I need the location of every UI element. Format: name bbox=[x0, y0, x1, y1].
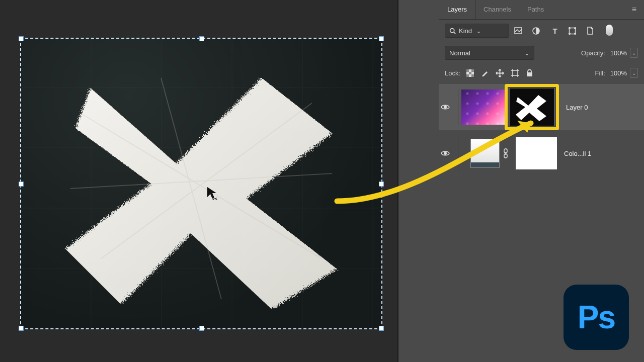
svg-rect-14 bbox=[471, 74, 474, 77]
filter-toggle[interactable] bbox=[605, 25, 614, 37]
panel-menu-icon[interactable]: ≡ bbox=[625, 5, 644, 14]
handle-bottom-right[interactable] bbox=[379, 326, 384, 331]
filter-shape-icon[interactable] bbox=[569, 27, 578, 35]
opacity-label: Opacity: bbox=[581, 49, 605, 57]
chevron-down-icon[interactable]: ⌄ bbox=[630, 48, 638, 58]
filter-type-icon[interactable]: T bbox=[550, 27, 559, 35]
chevron-down-icon: ⌄ bbox=[476, 27, 481, 35]
photoshop-logo-text: Ps bbox=[578, 299, 615, 336]
blend-mode-dropdown[interactable]: Normal ⌄ bbox=[445, 46, 534, 60]
fill-value-field[interactable]: 100% ⌄ bbox=[610, 68, 638, 78]
visibility-eye-icon[interactable] bbox=[441, 104, 455, 110]
lock-paint-icon[interactable] bbox=[481, 69, 489, 77]
opacity-value-field[interactable]: 100% ⌄ bbox=[610, 48, 638, 58]
photoshop-logo: Ps bbox=[564, 285, 629, 350]
chevron-down-icon[interactable]: ⌄ bbox=[630, 68, 638, 78]
svg-point-8 bbox=[575, 33, 576, 34]
handle-left[interactable] bbox=[19, 182, 24, 187]
lock-position-icon[interactable] bbox=[496, 69, 504, 77]
fill-value: 100% bbox=[610, 69, 627, 77]
blend-row: Normal ⌄ Opacity: 100% ⌄ bbox=[439, 42, 644, 64]
divider bbox=[458, 136, 458, 171]
chevron-down-icon: ⌄ bbox=[524, 49, 530, 57]
filter-adjust-icon[interactable] bbox=[532, 27, 541, 35]
layer-filter-row: Kind ⌄ T bbox=[439, 20, 644, 42]
lock-all-icon[interactable] bbox=[526, 69, 533, 77]
svg-point-7 bbox=[569, 33, 571, 34]
layer-thumbnail[interactable] bbox=[461, 89, 505, 125]
svg-point-25 bbox=[444, 106, 447, 109]
handle-right[interactable] bbox=[379, 182, 384, 187]
tab-paths[interactable]: Paths bbox=[519, 0, 552, 19]
annotation-highlight bbox=[505, 84, 559, 130]
opacity-value: 100% bbox=[610, 49, 627, 57]
layer-row[interactable]: Layer 0 bbox=[439, 84, 644, 130]
svg-rect-11 bbox=[471, 69, 474, 72]
handle-top[interactable] bbox=[199, 36, 204, 41]
handle-bottom[interactable] bbox=[199, 326, 204, 331]
fill-layer-thumbnail[interactable] bbox=[470, 139, 500, 168]
svg-rect-24 bbox=[527, 72, 532, 76]
layer-mask-thumbnail[interactable] bbox=[516, 137, 557, 169]
panel-tabbar: Layers Channels Paths ≡ bbox=[439, 0, 644, 20]
filter-smart-icon[interactable] bbox=[587, 27, 596, 35]
tab-channels[interactable]: Channels bbox=[475, 0, 519, 19]
canvas-area[interactable]: ✂ bbox=[0, 0, 397, 362]
lock-transparency-icon[interactable] bbox=[466, 69, 474, 77]
svg-point-26 bbox=[444, 152, 447, 155]
scissors-icon: ✂ bbox=[212, 195, 218, 203]
filter-kind-dropdown[interactable]: Kind ⌄ bbox=[445, 24, 509, 38]
blend-mode-value: Normal bbox=[449, 49, 470, 57]
svg-point-6 bbox=[575, 27, 576, 29]
layer-row[interactable]: Colo...ll 1 bbox=[439, 130, 644, 176]
lock-label: Lock: bbox=[445, 69, 460, 77]
tab-layers[interactable]: Layers bbox=[439, 0, 475, 19]
layer-list: Layer 0 Colo...ll 1 bbox=[439, 84, 644, 176]
filter-pixel-icon[interactable] bbox=[514, 27, 523, 34]
layer-name[interactable]: Colo...ll 1 bbox=[564, 150, 591, 157]
svg-point-0 bbox=[450, 28, 454, 32]
svg-rect-10 bbox=[466, 69, 469, 72]
lock-row: Lock: Fill: 100% ⌄ bbox=[439, 64, 644, 82]
svg-rect-12 bbox=[469, 72, 471, 74]
divider bbox=[458, 89, 458, 125]
search-icon bbox=[449, 28, 456, 34]
visibility-eye-icon[interactable] bbox=[441, 150, 455, 156]
panel-gutter bbox=[398, 0, 439, 362]
layer-name[interactable]: Layer 0 bbox=[566, 104, 588, 111]
svg-rect-13 bbox=[466, 74, 469, 77]
filter-kind-label: Kind bbox=[459, 27, 472, 35]
svg-line-1 bbox=[454, 32, 455, 33]
svg-rect-15 bbox=[513, 70, 518, 75]
link-icon[interactable] bbox=[503, 148, 513, 158]
svg-point-5 bbox=[569, 27, 571, 29]
handle-bottom-left[interactable] bbox=[19, 326, 24, 331]
fill-label: Fill: bbox=[595, 69, 605, 77]
lock-artboard-icon[interactable] bbox=[511, 69, 519, 77]
handle-top-right[interactable] bbox=[379, 36, 384, 41]
transform-selection[interactable] bbox=[20, 38, 382, 329]
handle-top-left[interactable] bbox=[19, 36, 24, 41]
